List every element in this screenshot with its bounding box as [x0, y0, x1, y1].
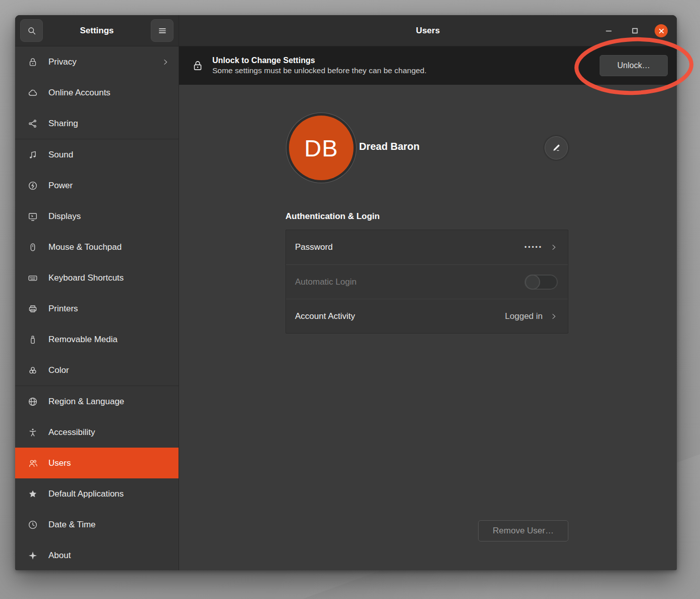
sidebar-item-keyboard-shortcuts[interactable]: Keyboard Shortcuts [15, 262, 179, 293]
unlock-button[interactable]: Unlock… [600, 55, 668, 76]
sidebar-item-date-time[interactable]: Date & Time [15, 509, 179, 540]
sidebar-item-mouse-touchpad[interactable]: Mouse & Touchpad [15, 232, 179, 262]
sidebar-item-printers[interactable]: Printers [15, 293, 179, 324]
user-name: Dread Baron [359, 141, 420, 152]
sidebar-item-label: Displays [48, 211, 169, 222]
unlock-banner-title: Unlock to Change Settings [212, 55, 427, 66]
sidebar-item-displays[interactable]: Displays [15, 201, 179, 232]
sidebar-item-online-accounts[interactable]: Online Accounts [15, 77, 179, 108]
sidebar-item-label: Power [48, 181, 169, 191]
sidebar-item-about[interactable]: About [15, 540, 179, 570]
lock-icon [191, 59, 204, 72]
settings-window: Settings PrivacyOnline AccountsSharingSo… [15, 15, 677, 570]
sidebar-item-label: Date & Time [48, 520, 169, 530]
close-button[interactable] [655, 24, 668, 37]
auth-row-automatic-login: Automatic Login [286, 264, 568, 299]
toggle-knob [525, 275, 540, 290]
sidebar-item-label: Region & Language [48, 397, 169, 407]
menu-button[interactable] [151, 19, 173, 42]
sidebar-item-removable-media[interactable]: Removable Media [15, 324, 179, 355]
sidebar-item-power[interactable]: Power [15, 170, 179, 201]
chevron-right-icon [161, 58, 169, 66]
auth-login-card: Password•••••Automatic LoginAccount Acti… [285, 230, 568, 334]
sidebar-item-color[interactable]: Color [15, 355, 179, 386]
cloud-icon [27, 87, 38, 98]
app-title: Settings [43, 26, 151, 36]
unlock-banner: Unlock to Change Settings Some settings … [179, 46, 677, 85]
share-icon [27, 118, 38, 129]
sidebar-item-label: About [48, 551, 169, 561]
mouse-icon [27, 242, 38, 253]
keyboard-icon [27, 273, 38, 284]
sidebar-list: PrivacyOnline AccountsSharingSoundPowerD… [15, 46, 179, 570]
sidebar-item-default-applications[interactable]: Default Applications [15, 478, 179, 509]
flash-drive-icon [27, 334, 38, 345]
lock-icon [27, 57, 38, 68]
sidebar-item-accessibility[interactable]: Accessibility [15, 417, 179, 448]
sidebar-item-label: Removable Media [48, 335, 169, 345]
sidebar-item-privacy[interactable]: Privacy [15, 46, 179, 77]
sidebar-item-label: Printers [48, 304, 169, 314]
pencil-icon [551, 143, 561, 153]
sidebar: Settings PrivacyOnline AccountsSharingSo… [15, 15, 179, 570]
auth-row-account-activity[interactable]: Account ActivityLogged in [286, 299, 568, 333]
sidebar-item-label: Mouse & Touchpad [48, 242, 169, 252]
row-label: Account Activity [295, 311, 505, 321]
sidebar-item-label: Privacy [48, 57, 161, 67]
search-icon [26, 25, 37, 36]
sidebar-item-label: Color [48, 365, 169, 375]
sidebar-item-label: Sharing [48, 119, 169, 129]
sparkle-icon [27, 550, 38, 561]
page-title: Users [416, 26, 440, 36]
sidebar-item-label: Accessibility [48, 427, 169, 438]
sidebar-item-label: Default Applications [48, 489, 169, 499]
power-icon [27, 180, 38, 191]
edit-name-button[interactable] [545, 136, 568, 159]
search-button[interactable] [20, 19, 43, 42]
color-circles-icon [27, 365, 38, 376]
sidebar-item-sharing[interactable]: Sharing [15, 108, 179, 139]
sidebar-item-label: Sound [48, 150, 169, 160]
row-label: Password [295, 242, 524, 252]
row-label: Automatic Login [295, 277, 524, 287]
sidebar-item-label: Online Accounts [48, 88, 169, 98]
users-icon [27, 458, 38, 469]
chevron-right-icon [550, 312, 558, 320]
sidebar-item-label: Users [48, 458, 169, 468]
sidebar-item-region-language[interactable]: Region & Language [15, 386, 179, 417]
accessibility-icon [27, 427, 38, 438]
titlebar[interactable]: Users [179, 15, 677, 46]
unlock-banner-text: Unlock to Change Settings Some settings … [212, 55, 427, 77]
display-icon [27, 211, 38, 222]
unlock-banner-subtitle: Some settings must be unlocked before th… [212, 66, 427, 76]
sidebar-header: Settings [15, 15, 179, 46]
music-note-icon [27, 149, 38, 160]
minimize-button[interactable] [602, 24, 615, 37]
globe-icon [27, 396, 38, 407]
printer-icon [27, 303, 38, 314]
clock-icon [27, 519, 38, 530]
row-value: Logged in [505, 311, 543, 321]
main-panel: Users Unlock to Change Settings Some set… [179, 15, 677, 570]
automatic-login-toggle[interactable] [524, 275, 558, 290]
star-icon [27, 488, 38, 500]
sidebar-item-users[interactable]: Users [15, 448, 179, 478]
remove-user-button[interactable]: Remove User… [478, 520, 568, 541]
auth-section-heading: Authentication & Login [285, 211, 380, 222]
sidebar-item-sound[interactable]: Sound [15, 139, 179, 170]
chevron-right-icon [550, 243, 558, 251]
auth-row-password[interactable]: Password••••• [286, 230, 568, 264]
sidebar-item-label: Keyboard Shortcuts [48, 273, 169, 283]
hamburger-icon [157, 25, 168, 36]
row-value: ••••• [524, 244, 543, 251]
window-controls [602, 15, 668, 46]
user-avatar[interactable]: DB [289, 116, 354, 180]
maximize-button[interactable] [628, 24, 641, 37]
avatar-initials: DB [304, 134, 338, 162]
